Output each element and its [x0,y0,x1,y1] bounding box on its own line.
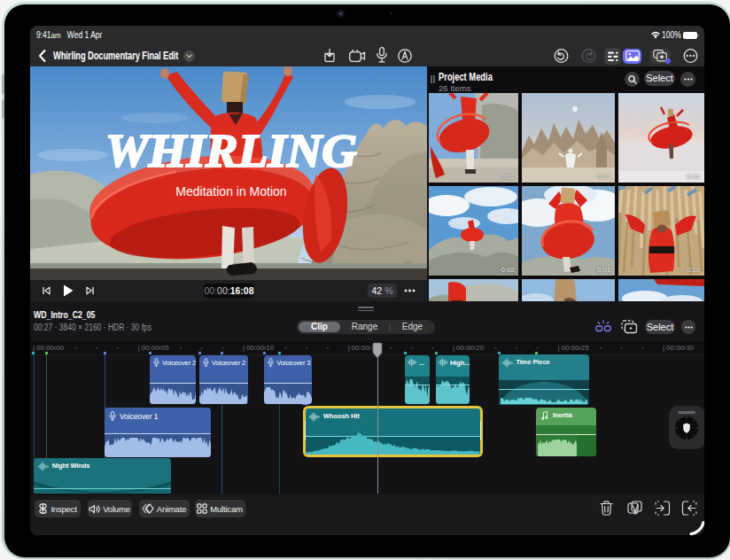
svg-text:WHIRLING: WHIRLING [105,125,357,177]
svg-text:Meditation in Motion: Meditation in Motion [175,184,286,198]
